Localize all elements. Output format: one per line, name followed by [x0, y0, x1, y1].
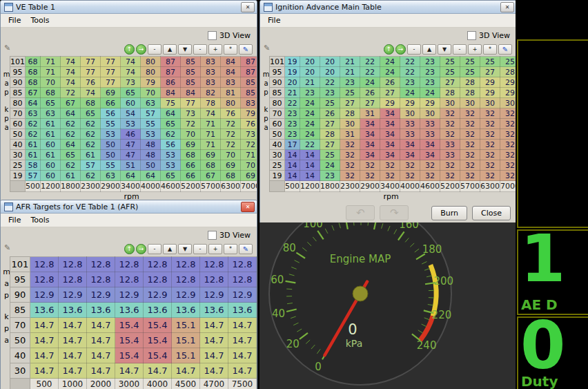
toolbar-shift-right-button[interactable]: → — [395, 44, 406, 55]
table-cell[interactable]: 22 — [400, 67, 420, 77]
table-cell[interactable]: 32 — [480, 160, 500, 171]
table-cell[interactable]: 12.8 — [172, 272, 200, 287]
table-cell[interactable]: 74 — [121, 67, 141, 77]
table-cell[interactable]: 14.7 — [59, 363, 87, 379]
table-cell[interactable]: 27 — [340, 98, 360, 108]
toolbar-minus-a-button[interactable]: - — [148, 44, 161, 55]
table-cell[interactable]: 32 — [380, 171, 400, 181]
table-cell[interactable]: 53 — [101, 129, 121, 140]
table-cell[interactable]: 12.8 — [144, 257, 172, 272]
table-cell[interactable]: 64 — [161, 108, 181, 119]
table-cell[interactable]: 32 — [460, 150, 480, 160]
table-cell[interactable]: 57 — [26, 171, 41, 181]
table-cell[interactable]: 22 — [400, 57, 420, 67]
table-cell[interactable]: 12.8 — [172, 257, 200, 272]
table-cell[interactable]: 65 — [161, 119, 181, 129]
table-cell[interactable]: 12.9 — [228, 287, 257, 303]
table-cell[interactable]: 68 — [201, 160, 221, 171]
table-cell[interactable]: 23 — [420, 67, 440, 77]
table-cell[interactable]: 22 — [360, 67, 380, 77]
toolbar-plus-button[interactable]: + — [468, 44, 482, 55]
table-cell[interactable]: 74 — [81, 88, 101, 98]
table-cell[interactable]: 48 — [141, 150, 161, 160]
table-cell[interactable]: 67 — [61, 98, 81, 108]
table-cell[interactable]: 77 — [101, 67, 121, 77]
table-cell[interactable]: 12.8 — [228, 272, 257, 287]
table-cell[interactable]: 70 — [141, 88, 161, 98]
toolbar-lower-button[interactable]: ▼ — [438, 44, 451, 55]
toolbar-minus-a-button[interactable]: - — [407, 44, 421, 55]
table-cell[interactable]: 50 — [141, 160, 161, 171]
table-cell[interactable]: 64 — [26, 98, 41, 108]
table-cell[interactable]: 70 — [221, 150, 241, 160]
table-cell[interactable]: 25 — [320, 150, 340, 160]
table-cell[interactable]: 60 — [41, 171, 61, 181]
toolbar-raise-button[interactable]: ▲ — [163, 244, 177, 254]
table-cell[interactable]: 27 — [360, 98, 380, 108]
table-cell[interactable]: 21 — [300, 77, 320, 88]
table-cell[interactable]: 69 — [201, 150, 221, 160]
table-cell[interactable]: 60 — [41, 140, 61, 150]
toolbar-scale-button[interactable]: * — [483, 44, 497, 55]
table-cell[interactable]: 53 — [141, 129, 161, 140]
table-cell[interactable]: 32 — [440, 119, 460, 129]
table-cell[interactable]: 55 — [141, 119, 161, 129]
table-cell[interactable]: 62 — [81, 129, 101, 140]
table-cell[interactable]: 15.4 — [115, 318, 144, 333]
table-cell[interactable]: 68 — [26, 57, 41, 67]
table-cell[interactable]: 17 — [285, 140, 300, 150]
table-cell[interactable]: 32 — [500, 150, 518, 160]
table-cell[interactable]: 14.7 — [87, 318, 115, 333]
table-cell[interactable]: 61 — [26, 140, 41, 150]
table-cell[interactable]: 81 — [221, 88, 241, 98]
table-cell[interactable]: 20 — [285, 77, 300, 88]
table-cell[interactable]: 65 — [161, 171, 181, 181]
table-cell[interactable]: 32 — [440, 160, 460, 171]
toolbar-edit-icon[interactable]: ✎ — [239, 244, 253, 254]
table-cell[interactable]: 61 — [41, 119, 61, 129]
table-cell[interactable]: 14.7 — [30, 318, 59, 333]
table-cell[interactable]: 74 — [61, 77, 81, 88]
table-cell[interactable]: 15.4 — [144, 318, 172, 333]
table-cell[interactable]: 32 — [480, 108, 500, 119]
table-cell[interactable]: 15.1 — [172, 333, 200, 348]
table-cell[interactable]: 72 — [61, 88, 81, 98]
3d-view-checkbox[interactable] — [208, 231, 217, 240]
table-cell[interactable]: 87 — [241, 67, 258, 77]
table-cell[interactable]: 29 — [500, 77, 518, 88]
table-cell[interactable]: 29 — [420, 98, 440, 108]
table-cell[interactable]: 30 — [500, 98, 518, 108]
table-cell[interactable]: 71 — [201, 140, 221, 150]
toolbar-minus-b-button[interactable]: - — [193, 244, 207, 254]
toolbar-lower-button[interactable]: ▼ — [178, 44, 192, 55]
3d-view-checkbox[interactable] — [467, 31, 476, 40]
table-cell[interactable]: 67 — [26, 88, 41, 98]
table-cell[interactable]: 76 — [221, 108, 241, 119]
table-cell[interactable]: 32 — [480, 171, 500, 181]
table-cell[interactable]: 55 — [101, 160, 121, 171]
toolbar-shift-up-button[interactable]: ↑ — [124, 44, 135, 55]
table-cell[interactable]: 67 — [201, 171, 221, 181]
table-cell[interactable]: 85 — [241, 88, 258, 98]
table-cell[interactable]: 21 — [340, 57, 360, 67]
table-cell[interactable]: 70 — [41, 77, 61, 88]
table-cell[interactable]: 32 — [480, 129, 500, 140]
table-cell[interactable]: 21 — [285, 88, 300, 98]
table-cell[interactable]: 54 — [121, 108, 141, 119]
table-cell[interactable]: 14.7 — [228, 333, 257, 348]
table-cell[interactable]: 65 — [61, 150, 81, 160]
table-cell[interactable]: 33 — [420, 119, 440, 129]
table-cell[interactable]: 83 — [221, 77, 241, 88]
table-cell[interactable]: 30 — [440, 98, 460, 108]
table-cell[interactable]: 14.7 — [59, 318, 87, 333]
table-cell[interactable]: 77 — [81, 57, 101, 67]
table-cell[interactable]: 63 — [41, 108, 61, 119]
table-cell[interactable]: 66 — [101, 98, 121, 108]
table-cell[interactable]: 12.8 — [30, 272, 59, 287]
table-cell[interactable]: 80 — [141, 57, 161, 67]
table-cell[interactable]: 14.7 — [200, 318, 228, 333]
table-cell[interactable]: 34 — [360, 129, 380, 140]
table-cell[interactable]: 12.9 — [115, 287, 144, 303]
table-cell[interactable]: 24 — [300, 98, 320, 108]
table-cell[interactable]: 13.6 — [87, 303, 115, 318]
